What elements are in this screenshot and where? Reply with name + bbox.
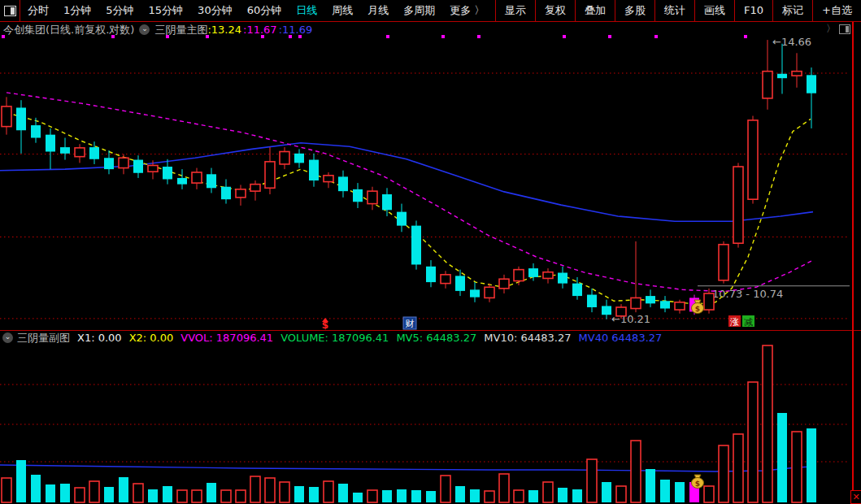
volume-bar [602, 482, 611, 502]
menu-item-统计[interactable]: 统计 [654, 0, 694, 21]
chevron-down-icon[interactable]: ⌄ [139, 24, 150, 35]
candle-body [572, 284, 582, 296]
candle-body [543, 272, 553, 279]
volume-bar [733, 434, 743, 502]
volume-bar [485, 491, 494, 502]
candle-body [324, 176, 333, 182]
volume-chart[interactable]: $ [0, 345, 861, 504]
candle-body [763, 72, 772, 98]
candle-body [89, 147, 99, 159]
volume-bar [353, 493, 363, 502]
menu-item-5分钟[interactable]: 5分钟 [98, 0, 141, 21]
volume-bar [631, 441, 641, 502]
volume-bar [75, 488, 85, 502]
menu-item-+自选[interactable]: +自选 [812, 0, 861, 21]
volume-bar [748, 382, 758, 502]
indicator-value-0: :13.24 [207, 24, 241, 36]
menu-item-30分钟[interactable]: 30分钟 [190, 0, 240, 21]
menu-item-F10[interactable]: F10 [734, 0, 772, 21]
candle-body [294, 154, 304, 163]
menu-item-更多 〉[interactable]: 更多 〉 [442, 0, 492, 21]
menu-item-周线[interactable]: 周线 [324, 0, 360, 21]
stock-title: 今创集团(日线.前复权.对数) [3, 23, 134, 37]
candle-body [587, 295, 597, 307]
candle-body [660, 301, 670, 308]
chart-titlebar: 今创集团(日线.前复权.对数) ⌄ 三阴量主图 :13.24:11.67:11.… [0, 22, 314, 37]
top-menubar: 分时1分钟5分钟15分钟30分钟60分钟日线周线月线多周期更多 〉 显示复权叠加… [0, 0, 861, 22]
menu-item-显示[interactable]: 显示 [495, 0, 535, 21]
signal-marker [608, 35, 611, 38]
moneybag-dollar: $ [695, 480, 700, 488]
candle-body [675, 302, 685, 310]
indicator-value-2: :11.69 [279, 24, 313, 36]
right-price-axis [852, 22, 854, 504]
window-layout-icon[interactable] [4, 6, 16, 16]
pane-controls: 〉 [826, 22, 850, 36]
indicator-value-1: :11.67 [243, 24, 277, 36]
volume-bar [192, 490, 202, 502]
signal-marker [744, 35, 747, 38]
volume-bar [119, 477, 128, 502]
volume-bar [324, 481, 333, 502]
pane-layout-icon[interactable] [839, 24, 850, 34]
candle-body [265, 162, 275, 188]
main-price-chart[interactable]: ←14.66←10.2110.73 - 10.74涨减财$$ [0, 33, 861, 330]
candle-body [792, 72, 802, 76]
close-crosshair-button[interactable]: ✕ [850, 490, 861, 504]
candle-body [367, 191, 377, 203]
expand-pane-icon[interactable]: 〉 [826, 22, 836, 36]
volume-bar [207, 483, 216, 502]
sub-field-2: VVOL: 187096.41 [180, 332, 273, 344]
menu-item-15分钟[interactable]: 15分钟 [141, 0, 191, 21]
sub-indicator-title[interactable]: 三阴量副图 [17, 331, 70, 345]
menu-item-60分钟[interactable]: 60分钟 [240, 0, 289, 21]
moneybag-dollar: $ [695, 305, 700, 313]
volume-bar [60, 484, 70, 502]
sub-field-1: X2: 0.00 [129, 332, 174, 344]
volume-bar [543, 482, 553, 502]
volume-bar [250, 476, 260, 502]
candle-body [192, 172, 202, 183]
candle-body [148, 165, 158, 172]
volume-bar [397, 489, 407, 502]
candle-body [280, 152, 289, 164]
menu-item-多股[interactable]: 多股 [615, 0, 654, 21]
candle-body [719, 245, 728, 280]
candle-body [2, 106, 11, 127]
volume-bar [792, 432, 802, 502]
range-label: 10.73 - 10.74 [712, 288, 783, 300]
volume-bar [104, 487, 114, 502]
menu-item-多周期[interactable]: 多周期 [396, 0, 442, 21]
chevron-down-icon[interactable]: ⌄ [2, 332, 13, 343]
high-label: ←14.66 [772, 36, 811, 48]
signal-marker [441, 35, 445, 38]
candle-body [455, 276, 465, 291]
menu-item-分时[interactable]: 分时 [20, 0, 56, 21]
volume-bar [89, 481, 99, 502]
menu-item-叠加[interactable]: 叠加 [575, 0, 615, 21]
menu-item-日线[interactable]: 日线 [289, 0, 324, 21]
vol-ma-blue [0, 465, 813, 471]
volume-bar [367, 490, 377, 502]
volume-bar [719, 445, 728, 502]
menu-item-标记[interactable]: 标记 [772, 0, 812, 21]
main-indicator-title[interactable]: 三阴量主图 [154, 23, 207, 37]
menu-item-画线[interactable]: 画线 [694, 0, 734, 21]
volume-bar [31, 475, 41, 502]
menu-item-复权[interactable]: 复权 [535, 0, 575, 21]
volume-bar [528, 490, 538, 502]
candle-body [119, 158, 128, 167]
volume-bar [807, 428, 816, 502]
volume-bar [411, 490, 421, 502]
candle-body [236, 189, 246, 198]
candle-body [353, 189, 363, 202]
menu-item-1分钟[interactable]: 1分钟 [56, 0, 98, 21]
volume-bar [704, 486, 714, 502]
candle-body [397, 212, 407, 226]
menu-item-月线[interactable]: 月线 [360, 0, 396, 21]
candle-body [60, 147, 70, 154]
candle-body [485, 287, 494, 298]
volume-bar [646, 469, 655, 502]
sub-field-0: X1: 0.00 [77, 332, 122, 344]
volume-bar [338, 484, 348, 502]
